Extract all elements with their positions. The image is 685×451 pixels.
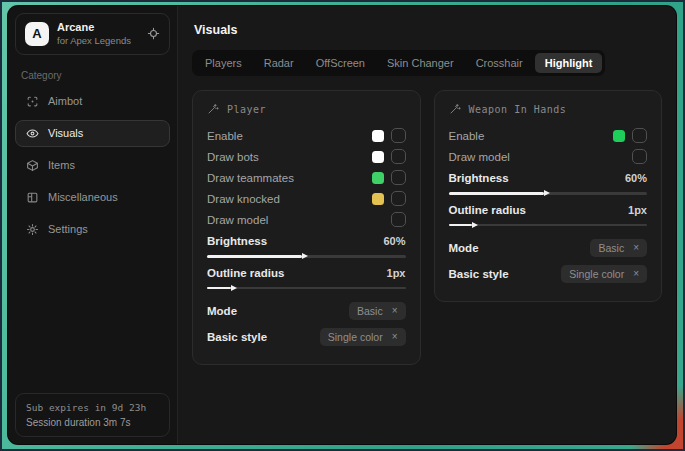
- slider-thumb[interactable]: [302, 253, 308, 259]
- tab-crosshair[interactable]: Crosshair: [466, 53, 533, 73]
- setting-controls: [372, 170, 406, 185]
- app-logo: A: [25, 22, 49, 46]
- chip-basic[interactable]: Basic×: [349, 302, 406, 320]
- slider-track-outline-radius[interactable]: [449, 224, 648, 227]
- crosshair-icon: [26, 95, 39, 108]
- setting-row-basic-style: Basic styleSingle color×: [207, 324, 406, 350]
- chip-basic[interactable]: Basic×: [590, 239, 647, 257]
- sidebar-nav: AimbotVisualsItemsMiscellaneousSettings: [15, 88, 170, 243]
- slider-thumb[interactable]: [472, 222, 478, 228]
- setting-row-enable: Enable: [449, 125, 648, 146]
- slider-thumb[interactable]: [231, 285, 237, 291]
- sidebar-item-settings[interactable]: Settings: [15, 216, 170, 243]
- color-swatch[interactable]: [372, 172, 384, 184]
- box-icon: [26, 159, 39, 172]
- chip-remove-icon[interactable]: ×: [633, 269, 639, 279]
- sidebar-item-label: Settings: [48, 223, 88, 235]
- tab-skin-changer[interactable]: Skin Changer: [377, 53, 464, 73]
- checkbox-enable[interactable]: [632, 128, 647, 143]
- color-swatch[interactable]: [372, 151, 384, 163]
- setting-label: Draw bots: [207, 151, 259, 163]
- layout-icon: [26, 191, 39, 204]
- slider-track-brightness[interactable]: [449, 192, 648, 195]
- wand-icon: [207, 103, 219, 115]
- chip-remove-icon[interactable]: ×: [633, 243, 639, 253]
- panel-player: PlayerEnableDraw botsDraw teammatesDraw …: [192, 90, 421, 365]
- checkbox-draw-bots[interactable]: [391, 149, 406, 164]
- gear-icon: [26, 223, 39, 236]
- slider-thumb[interactable]: [544, 190, 550, 196]
- desktop-background: A Arcane for Apex Legends Category Aimbo…: [0, 0, 685, 451]
- color-swatch[interactable]: [372, 130, 384, 142]
- slider-outline-radius: Outline radius1px: [449, 204, 648, 227]
- sidebar-item-label: Aimbot: [48, 95, 82, 107]
- setting-controls: [632, 149, 647, 164]
- sub-expires-text: Sub expires in 9d 23h: [26, 402, 159, 413]
- chip-text: Single color: [569, 268, 624, 280]
- slider-fill: [449, 224, 473, 227]
- category-label: Category: [21, 70, 164, 81]
- page-title: Visuals: [194, 23, 662, 37]
- panel-title: Player: [227, 104, 266, 115]
- checkbox-draw-knocked[interactable]: [391, 191, 406, 206]
- brand-card: A Arcane for Apex Legends: [15, 13, 170, 55]
- slider-value: 60%: [625, 172, 647, 184]
- color-swatch[interactable]: [613, 130, 625, 142]
- eye-icon: [26, 127, 39, 140]
- setting-row-draw-model: Draw model: [207, 209, 406, 230]
- setting-label: Enable: [449, 130, 485, 142]
- slider-brightness: Brightness60%: [207, 235, 406, 258]
- setting-label: Draw model: [207, 214, 268, 226]
- panel-weapon-in-hands: Weapon In HandsEnableDraw modelBrightnes…: [434, 90, 663, 302]
- sidebar-item-label: Visuals: [48, 127, 83, 139]
- sidebar-item-label: Items: [48, 159, 75, 171]
- brand-text: Arcane for Apex Legends: [57, 21, 131, 47]
- sidebar-item-miscellaneous[interactable]: Miscellaneous: [15, 184, 170, 211]
- chip-single-color[interactable]: Single color×: [561, 265, 647, 283]
- slider-head: Brightness60%: [449, 172, 648, 184]
- chip-remove-icon[interactable]: ×: [392, 332, 398, 342]
- tab-highlight[interactable]: Highlight: [535, 53, 603, 73]
- slider-head: Outline radius1px: [449, 204, 648, 216]
- slider-value: 60%: [383, 235, 405, 247]
- slider-fill: [207, 255, 302, 258]
- checkbox-draw-model[interactable]: [391, 212, 406, 227]
- setting-row-draw-knocked: Draw knocked: [207, 188, 406, 209]
- app-name: Arcane: [57, 21, 131, 35]
- panel-header: Player: [207, 103, 406, 115]
- setting-row-draw-bots: Draw bots: [207, 146, 406, 167]
- setting-controls: [372, 191, 406, 206]
- chip-text: Basic: [357, 305, 383, 317]
- checkbox-enable[interactable]: [391, 128, 406, 143]
- sidebar-item-items[interactable]: Items: [15, 152, 170, 179]
- sidebar: A Arcane for Apex Legends Category Aimbo…: [8, 6, 178, 444]
- chip-text: Basic: [598, 242, 624, 254]
- main-area: Visuals PlayersRadarOffScreenSkin Change…: [178, 6, 676, 444]
- setting-controls: [372, 149, 406, 164]
- tab-radar[interactable]: Radar: [254, 53, 304, 73]
- panel-title: Weapon In Hands: [469, 104, 567, 115]
- session-duration-text: Session duration 3m 7s: [26, 417, 159, 428]
- chip-single-color[interactable]: Single color×: [320, 328, 406, 346]
- tab-bar: PlayersRadarOffScreenSkin ChangerCrossha…: [192, 50, 605, 76]
- sidebar-item-visuals[interactable]: Visuals: [15, 120, 170, 147]
- slider-outline-radius: Outline radius1px: [207, 267, 406, 290]
- sidebar-item-aimbot[interactable]: Aimbot: [15, 88, 170, 115]
- setting-row-draw-teammates: Draw teammates: [207, 167, 406, 188]
- setting-controls: [613, 128, 647, 143]
- chip-remove-icon[interactable]: ×: [392, 306, 398, 316]
- slider-value: 1px: [387, 267, 406, 279]
- setting-row-basic-style: Basic styleSingle color×: [449, 261, 648, 287]
- target-icon[interactable]: [147, 27, 160, 40]
- checkbox-draw-model[interactable]: [632, 149, 647, 164]
- slider-fill: [449, 192, 544, 195]
- slider-value: 1px: [628, 204, 647, 216]
- tab-offscreen[interactable]: OffScreen: [306, 53, 375, 73]
- checkbox-draw-teammates[interactable]: [391, 170, 406, 185]
- slider-track-outline-radius[interactable]: [207, 287, 406, 290]
- color-swatch[interactable]: [372, 193, 384, 205]
- slider-track-brightness[interactable]: [207, 255, 406, 258]
- slider-label: Brightness: [449, 172, 509, 184]
- tab-players[interactable]: Players: [195, 53, 252, 73]
- app-window: A Arcane for Apex Legends Category Aimbo…: [8, 6, 676, 444]
